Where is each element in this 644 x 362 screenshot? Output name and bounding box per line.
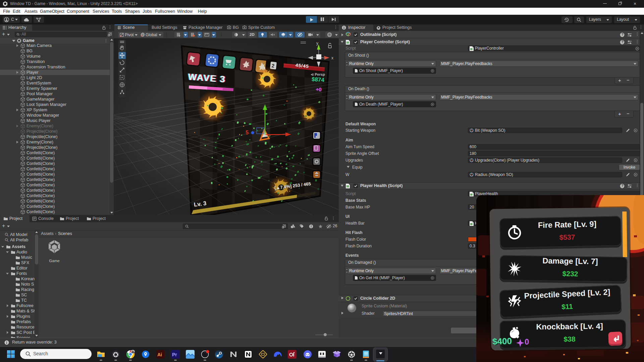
svg-text:x: x: [331, 56, 333, 60]
svg-text:Ai: Ai: [157, 352, 162, 357]
svg-text:?: ?: [622, 33, 624, 37]
svg-text:Pr: Pr: [172, 352, 177, 357]
svg-text:?: ?: [622, 184, 624, 188]
svg-text:Y: Y: [179, 35, 180, 37]
svg-text:?: ?: [622, 40, 624, 44]
svg-text:y: y: [316, 41, 318, 46]
